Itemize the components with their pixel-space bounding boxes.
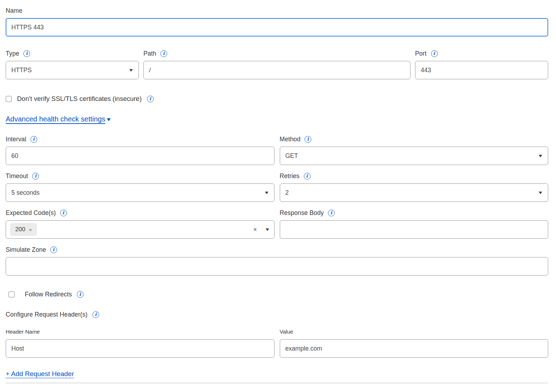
method-select-value: GET [285, 152, 298, 160]
retries-info-icon[interactable]: i [304, 173, 311, 180]
timeout-label: Timeout [6, 172, 28, 180]
path-input[interactable] [143, 61, 410, 79]
retries-label: Retries [280, 172, 300, 180]
timeout-info-icon[interactable]: i [32, 173, 39, 180]
response-body-input[interactable] [280, 220, 549, 239]
chevron-down-icon: ▼ [538, 153, 543, 158]
interval-input[interactable] [6, 147, 274, 165]
chevron-down-icon[interactable]: ▼ [265, 227, 270, 232]
expected-code-tag: 200 × [11, 223, 36, 235]
section-divider [6, 383, 548, 383]
name-input[interactable] [6, 18, 548, 36]
request-headers-info-icon[interactable]: i [92, 311, 99, 318]
ssl-verify-checkbox[interactable] [6, 96, 12, 102]
type-info-icon[interactable]: i [23, 50, 30, 57]
header-value-column-label: Value [280, 329, 294, 335]
follow-redirects-label: Follow Redirects [25, 291, 72, 298]
simulate-zone-info-icon[interactable]: i [50, 246, 57, 253]
timeout-select[interactable]: 5 seconds ▼ [6, 183, 274, 202]
chevron-down-icon: ▼ [538, 190, 543, 195]
expected-codes-multiselect[interactable]: 200 × × ▼ [6, 220, 274, 239]
retries-select-value: 2 [285, 189, 289, 197]
simulate-zone-input[interactable] [6, 257, 548, 275]
expected-codes-label: Expected Code(s) [6, 209, 56, 217]
expected-code-tag-value: 200 [15, 226, 25, 233]
path-info-icon[interactable]: i [160, 50, 167, 57]
chevron-down-icon: ▼ [128, 68, 134, 73]
method-info-icon[interactable]: i [305, 136, 311, 143]
method-select[interactable]: GET ▼ [280, 147, 549, 165]
ssl-verify-label: Don't verify SSL/TLS certificates (insec… [17, 95, 142, 103]
method-label: Method [280, 136, 301, 143]
expected-codes-info-icon[interactable]: i [60, 210, 67, 216]
header-name-input[interactable] [6, 339, 274, 358]
remove-tag-icon[interactable]: × [29, 227, 32, 233]
ssl-verify-info-icon[interactable]: i [147, 96, 154, 102]
clear-all-icon[interactable]: × [253, 226, 257, 233]
header-name-column-label: Header Name [6, 329, 40, 335]
port-input[interactable] [415, 61, 548, 79]
response-body-info-icon[interactable]: i [328, 210, 335, 216]
follow-redirects-checkbox[interactable] [8, 291, 15, 297]
advanced-settings-link[interactable]: Advanced health check settings [6, 115, 105, 123]
chevron-down-icon: ▼ [106, 117, 112, 122]
port-info-icon[interactable]: i [431, 50, 438, 57]
follow-redirects-info-icon[interactable]: i [77, 291, 84, 298]
retries-select[interactable]: 2 ▼ [280, 183, 549, 202]
type-select[interactable]: HTTPS ▼ [6, 61, 139, 79]
request-headers-section-label: Configure Request Header(s) [6, 311, 87, 318]
simulate-zone-label: Simulate Zone [6, 246, 46, 254]
name-label: Name [6, 7, 22, 15]
port-label: Port [415, 50, 427, 57]
add-request-header-link[interactable]: + Add Request Header [6, 370, 74, 377]
response-body-label: Response Body [280, 209, 324, 217]
header-value-input[interactable] [280, 339, 549, 358]
type-label: Type [6, 50, 19, 57]
health-check-form: Name Type i HTTPS ▼ Path i Port i [0, 0, 556, 383]
chevron-down-icon: ▼ [264, 190, 270, 195]
interval-info-icon[interactable]: i [30, 136, 37, 143]
interval-label: Interval [6, 136, 26, 143]
type-select-value: HTTPS [11, 67, 32, 74]
path-label: Path [143, 50, 156, 57]
timeout-select-value: 5 seconds [11, 189, 40, 197]
